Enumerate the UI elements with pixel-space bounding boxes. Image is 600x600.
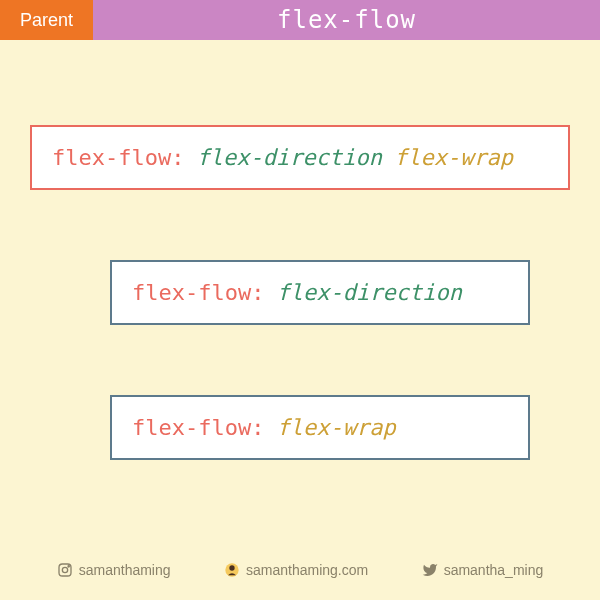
content: flex-flow: flex-direction flex-wrap flex… bbox=[0, 40, 600, 460]
twitter-icon bbox=[422, 562, 438, 578]
instagram-handle: samanthaming bbox=[79, 562, 171, 578]
code-box-wrap: flex-flow: flex-wrap bbox=[110, 395, 530, 460]
footer: samanthaming samanthaming.com samantha_m… bbox=[0, 562, 600, 578]
svg-point-2 bbox=[68, 566, 69, 567]
avatar-icon bbox=[224, 562, 240, 578]
instagram-link[interactable]: samanthaming bbox=[57, 562, 171, 578]
property-name: flex-flow: bbox=[132, 415, 264, 440]
header: Parent flex-flow bbox=[0, 0, 600, 40]
page-title: flex-flow bbox=[93, 0, 600, 40]
property-name: flex-flow: bbox=[52, 145, 184, 170]
parent-badge: Parent bbox=[0, 0, 93, 40]
property-name: flex-flow: bbox=[132, 280, 264, 305]
value-flex-wrap: flex-wrap bbox=[276, 415, 395, 440]
svg-point-1 bbox=[62, 567, 67, 572]
svg-point-4 bbox=[229, 565, 234, 570]
instagram-icon bbox=[57, 562, 73, 578]
website-url: samanthaming.com bbox=[246, 562, 368, 578]
value-flex-direction: flex-direction bbox=[276, 280, 461, 305]
value-flex-direction: flex-direction bbox=[196, 145, 381, 170]
twitter-handle: samantha_ming bbox=[444, 562, 544, 578]
website-link[interactable]: samanthaming.com bbox=[224, 562, 368, 578]
code-box-full: flex-flow: flex-direction flex-wrap bbox=[30, 125, 570, 190]
twitter-link[interactable]: samantha_ming bbox=[422, 562, 544, 578]
value-flex-wrap: flex-wrap bbox=[394, 145, 513, 170]
code-box-direction: flex-flow: flex-direction bbox=[110, 260, 530, 325]
